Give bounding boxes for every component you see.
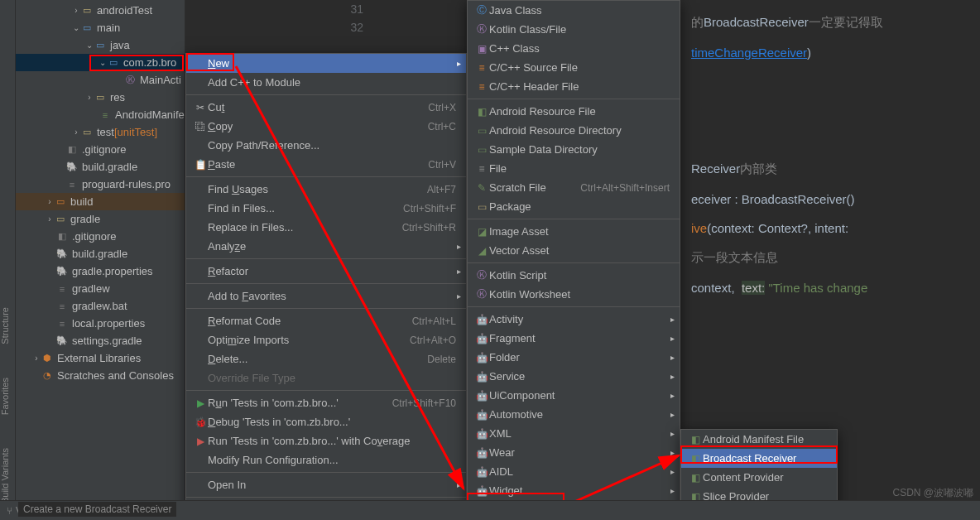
- menu-item-modify-run-configuration[interactable]: Modify Run Configuration...: [186, 450, 466, 469]
- tree-scratches[interactable]: ◔Scratches and Consoles: [16, 367, 185, 384]
- menu-item-kotlin-worksheet[interactable]: ⓀKotlin Worksheet: [468, 285, 680, 304]
- menu-item-run-tests-in-com-zb-bro[interactable]: ▶Run 'Tests in 'com.zb.bro...'Ctrl+Shift…: [186, 393, 466, 412]
- menu-item-cut[interactable]: ✂CutCtrl+X: [186, 98, 466, 117]
- menu-item-sample-data-directory[interactable]: ▭Sample Data Directory: [468, 140, 680, 159]
- menu-item-scratch-file[interactable]: ✎Scratch FileCtrl+Alt+Shift+Insert: [468, 178, 680, 197]
- menu-label: Android Resource File: [489, 105, 670, 118]
- menu-label: Debug 'Tests in 'com.zb.bro...': [208, 416, 456, 428]
- tree-mainactivity[interactable]: ⓀMainActi: [16, 71, 185, 89]
- menu-label: C++ Class: [489, 42, 670, 55]
- tab-structure[interactable]: Structure: [0, 307, 15, 344]
- submenu-arrow-icon: ▸: [457, 267, 461, 276]
- submenu-arrow-icon: ▸: [457, 480, 461, 489]
- tree-gradlew[interactable]: ≡gradlew: [16, 280, 185, 297]
- menu-item-wear[interactable]: 🤖Wear▸: [468, 443, 680, 462]
- menu-item-add-to-favorites[interactable]: Add to Favorites▸: [186, 286, 466, 306]
- menu-icon: 🤖: [474, 409, 489, 421]
- menu-item-delete[interactable]: Delete...Delete: [186, 349, 466, 368]
- menu-item-copy[interactable]: ⿻CopyCtrl+C: [186, 117, 466, 136]
- tree-gitignore[interactable]: ◧.gitignore: [16, 141, 185, 158]
- tree-main[interactable]: ⌄▭main: [16, 19, 185, 36]
- menu-item-run-tests-in-com-zb-bro-with-coverage[interactable]: ▶Run 'Tests in 'com.zb.bro...' with Cove…: [186, 431, 466, 450]
- menu-item-fragment[interactable]: 🤖Fragment▸: [468, 329, 680, 348]
- menu-item-android-manifest-file[interactable]: ◧Android Manifest File: [681, 430, 837, 449]
- menu-item-replace-in-files[interactable]: Replace in Files...Ctrl+Shift+R: [186, 218, 466, 237]
- menu-item-kotlin-script[interactable]: ⓀKotlin Script: [468, 266, 680, 285]
- menu-item-aidl[interactable]: 🤖AIDL▸: [468, 462, 680, 481]
- menu-icon: ▣: [474, 43, 489, 55]
- tab-favorites[interactable]: Favorites: [0, 378, 15, 415]
- submenu-arrow-icon: ▸: [670, 486, 675, 495]
- menu-item-analyze[interactable]: Analyze▸: [186, 237, 466, 256]
- tree-local-properties[interactable]: ≡local.properties: [16, 315, 185, 332]
- menu-item-find-usages[interactable]: Find UsagesAlt+F7: [186, 180, 466, 199]
- menu-item-android-resource-file[interactable]: ◧Android Resource File: [468, 102, 680, 121]
- menu-item-folder[interactable]: 🤖Folder▸: [468, 348, 680, 367]
- tree-java[interactable]: ⌄▭java: [16, 36, 185, 54]
- context-menu-main[interactable]: New▸Add C++ to Module✂CutCtrl+X⿻CopyCtrl…: [185, 53, 467, 520]
- menu-label: New: [208, 57, 456, 70]
- tree-build-gradle[interactable]: 🐘build.gradle: [16, 158, 185, 176]
- watermark: CSDN @波嘟波嘟: [892, 486, 973, 500]
- menu-icon: ✂: [193, 102, 208, 113]
- menu-item-add-c-to-module[interactable]: Add C++ to Module: [186, 73, 466, 92]
- tree-proguard[interactable]: ≡proguard-rules.pro: [16, 176, 185, 193]
- menu-item-uicomponent[interactable]: 🤖UiComponent▸: [468, 386, 680, 405]
- tree-res[interactable]: ›▭res: [16, 89, 185, 106]
- project-tree[interactable]: ›▭androidTest ⌄▭main ⌄▭java ⌄▭com.zb.bro…: [16, 0, 185, 520]
- menu-item-paste[interactable]: 📋PasteCtrl+V: [186, 155, 466, 174]
- menu-item-package[interactable]: ▭Package: [468, 197, 680, 216]
- tree-manifest[interactable]: ≡AndroidManife: [16, 106, 185, 123]
- menu-item-debug-tests-in-com-zb-bro[interactable]: 🐞Debug 'Tests in 'com.zb.bro...': [186, 412, 466, 431]
- tree-build-gradle2[interactable]: 🐘build.gradle: [16, 245, 185, 262]
- menu-item-c-c-source-file[interactable]: ≡C/C++ Source File: [468, 58, 680, 77]
- menu-item-activity[interactable]: 🤖Activity▸: [468, 310, 680, 329]
- menu-item-open-in[interactable]: Open In▸: [186, 475, 466, 494]
- menu-item-refactor[interactable]: Refactor▸: [186, 262, 466, 281]
- tree-package-selected[interactable]: ⌄▭com.zb.bro: [16, 54, 185, 71]
- menu-item-find-in-files[interactable]: Find in Files...Ctrl+Shift+F: [186, 199, 466, 218]
- menu-icon: ◪: [474, 226, 489, 238]
- menu-label: AIDL: [489, 465, 670, 478]
- menu-item-xml[interactable]: 🤖XML▸: [468, 424, 680, 443]
- menu-icon: ◧: [688, 453, 703, 465]
- menu-item-copy-path-reference[interactable]: Copy Path/Reference...: [186, 136, 466, 155]
- menu-item-java-class[interactable]: ⒸJava Class: [468, 1, 680, 20]
- tree-gradlew-bat[interactable]: ≡gradlew.bat: [16, 297, 185, 315]
- tree-gitignore2[interactable]: ◧.gitignore: [16, 228, 185, 245]
- menu-item-broadcast-receiver[interactable]: ◧Broadcast Receiver: [681, 449, 837, 468]
- menu-item-automotive[interactable]: 🤖Automotive▸: [468, 405, 680, 424]
- submenu-arrow-icon: ▸: [457, 291, 461, 301]
- menu-icon: ▭: [474, 125, 489, 137]
- menu-item-image-asset[interactable]: ◪Image Asset: [468, 222, 680, 241]
- menu-item-android-resource-directory[interactable]: ▭Android Resource Directory: [468, 121, 680, 140]
- menu-item-service[interactable]: 🤖Service▸: [468, 367, 680, 386]
- menu-item-kotlin-class-file[interactable]: ⓀKotlin Class/File: [468, 20, 680, 39]
- menu-item-vector-asset[interactable]: ◢Vector Asset: [468, 241, 680, 260]
- menu-icon: ≡: [474, 62, 489, 74]
- tab-build-variants[interactable]: Build Variants: [0, 448, 15, 503]
- tree-external-libraries[interactable]: ›⬢External Libraries: [16, 349, 185, 367]
- tree-gradle-properties[interactable]: 🐘gradle.properties: [16, 262, 185, 280]
- submenu-new[interactable]: ⒸJava ClassⓀKotlin Class/File▣C++ Class≡…: [467, 0, 680, 520]
- menu-item-reformat-code[interactable]: Reformat CodeCtrl+Alt+L: [186, 311, 466, 330]
- menu-shortcut: Ctrl+Shift+F: [387, 203, 456, 214]
- menu-label: Cut: [208, 101, 411, 113]
- menu-item-c-c-header-file[interactable]: ≡C/C++ Header File: [468, 77, 680, 96]
- menu-item-c-class[interactable]: ▣C++ Class: [468, 39, 680, 58]
- menu-icon: ≡: [474, 163, 489, 175]
- menu-item-new[interactable]: New▸: [186, 54, 466, 73]
- tree-settings-gradle[interactable]: 🐘settings.gradle: [16, 332, 185, 349]
- menu-label: Refactor: [208, 265, 456, 277]
- menu-icon: 🤖: [474, 447, 489, 459]
- tree-test[interactable]: ›▭test [unitTest]: [16, 123, 185, 141]
- tree-build-folder[interactable]: ›▭build: [16, 193, 185, 210]
- menu-item-content-provider[interactable]: ◧Content Provider: [681, 468, 837, 487]
- tree-androidtest[interactable]: ›▭androidTest: [16, 2, 185, 19]
- menu-item-optimize-imports[interactable]: Optimize ImportsCtrl+Alt+O: [186, 330, 466, 349]
- menu-icon: Ⓚ: [474, 287, 489, 301]
- menu-label: Vector Asset: [489, 244, 670, 257]
- menu-item-widget[interactable]: 🤖Widget▸: [468, 481, 680, 500]
- tree-gradle-folder[interactable]: ›▭gradle: [16, 210, 185, 228]
- menu-item-file[interactable]: ≡File: [468, 159, 680, 178]
